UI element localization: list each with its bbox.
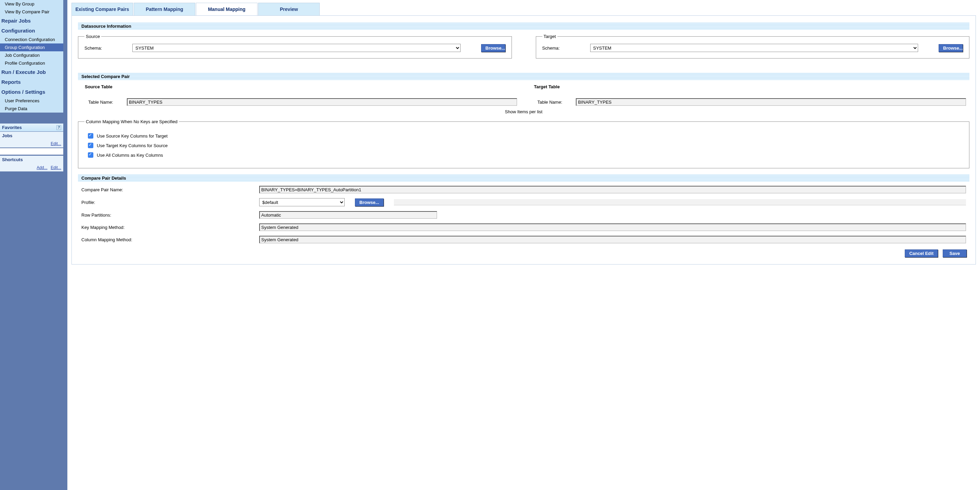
key-mapping-value: System Generated: [259, 223, 966, 231]
tab-preview[interactable]: Preview: [258, 3, 320, 15]
compare-pair-section-header: Selected Compare Pair: [78, 73, 969, 80]
target-table-heading: Target Table: [531, 84, 966, 89]
source-legend: Source: [84, 34, 101, 39]
show-items-per-list[interactable]: Show Items per list: [78, 109, 969, 114]
shortcuts-edit-link[interactable]: Edit...: [51, 165, 61, 170]
sidebar-item-user-preferences[interactable]: User Preferences: [0, 97, 63, 105]
favorites-heading-label: Favorites: [2, 125, 22, 130]
column-mapping-fieldset: Column Mapping When No Keys are Specifie…: [78, 119, 969, 168]
key-mapping-label: Key Mapping Method:: [81, 225, 259, 230]
save-button[interactable]: Save: [943, 249, 967, 257]
sidebar-heading-reports[interactable]: Reports: [0, 77, 63, 87]
target-fieldset: Target Schema: SYSTEM Browse...: [536, 34, 970, 59]
sidebar-item-job-configuration[interactable]: Job Configuration: [0, 51, 63, 59]
source-table-name-label: Table Name:: [88, 100, 113, 105]
sidebar-item-view-by-group[interactable]: View By Group: [0, 0, 63, 8]
divider: [63, 0, 67, 490]
tab-existing-compare-pairs[interactable]: Existing Compare Pairs: [72, 3, 133, 15]
source-schema-label: Schema:: [84, 46, 112, 51]
tab-bar: Existing Compare Pairs Pattern Mapping M…: [72, 3, 976, 16]
favorites-header: Favorites ?: [0, 123, 63, 131]
target-table-name-value: BINARY_TYPES: [576, 98, 966, 106]
column-mapping-value: System Generated: [259, 236, 966, 243]
tab-manual-mapping[interactable]: Manual Mapping: [196, 3, 258, 15]
sidebar-heading-repair-jobs[interactable]: Repair Jobs: [0, 16, 63, 26]
checkbox-use-all-cols[interactable]: [88, 152, 93, 158]
column-mapping-legend: Column Mapping When No Keys are Specifie…: [84, 119, 179, 124]
source-table-name-value: BINARY_TYPES: [127, 98, 517, 106]
row-partitions-value: Automatic: [259, 211, 437, 219]
sidebar-item-profile-configuration[interactable]: Profile Configuration: [0, 59, 63, 67]
sidebar-item-connection-configuration[interactable]: Connection Configuration: [0, 35, 63, 43]
shortcuts-heading: Shortcuts: [0, 155, 63, 164]
main-content: Existing Compare Pairs Pattern Mapping M…: [67, 0, 980, 490]
target-legend: Target: [542, 34, 557, 39]
target-table-name-label: Table Name:: [538, 100, 563, 105]
profile-browse-button[interactable]: Browse...: [355, 198, 383, 206]
checkbox-label-source-key: Use Source Key Columns for Target: [97, 134, 167, 139]
profile-label: Profile:: [81, 200, 259, 205]
checkbox-use-target-key-cols[interactable]: [88, 143, 93, 148]
sidebar-heading-configuration[interactable]: Configuration: [0, 26, 63, 35]
sidebar: View By Group View By Compare Pair Repai…: [0, 0, 63, 490]
jobs-edit-link[interactable]: Edit...: [51, 141, 61, 146]
sidebar-item-purge-data[interactable]: Purge Data: [0, 105, 63, 113]
sidebar-heading-options[interactable]: Options / Settings: [0, 87, 63, 97]
cancel-edit-button[interactable]: Cancel Edit: [905, 249, 938, 257]
sidebar-heading-run-execute[interactable]: Run / Execute Job: [0, 67, 63, 77]
column-mapping-label: Column Mapping Method:: [81, 237, 259, 242]
target-browse-button[interactable]: Browse...: [939, 44, 963, 52]
source-schema-select[interactable]: SYSTEM: [132, 44, 461, 52]
jobs-heading: Jobs: [0, 132, 63, 140]
details-section-header: Compare Pair Details: [78, 174, 969, 182]
compare-pair-name-label: Compare Pair Name:: [81, 187, 259, 192]
target-schema-select[interactable]: SYSTEM: [590, 44, 918, 52]
checkbox-label-target-key: Use Target Key Columns for Source: [97, 143, 167, 148]
sidebar-item-view-by-compare-pair[interactable]: View By Compare Pair: [0, 8, 63, 16]
source-browse-button[interactable]: Browse...: [481, 44, 505, 52]
row-partitions-label: Row Partitions:: [81, 212, 259, 218]
source-table-heading: Source Table: [81, 84, 517, 89]
datasource-section-header: Datasource Information: [78, 22, 969, 30]
tab-pattern-mapping[interactable]: Pattern Mapping: [134, 3, 195, 15]
checkbox-use-source-key-cols[interactable]: [88, 133, 93, 139]
profile-select[interactable]: $default: [259, 198, 345, 206]
shortcuts-add-link[interactable]: Add...: [37, 165, 47, 170]
checkbox-label-all-cols: Use All Columns as Key Columns: [97, 153, 163, 158]
target-schema-label: Schema:: [542, 46, 570, 51]
source-fieldset: Source Schema: SYSTEM Browse...: [78, 34, 512, 59]
sidebar-item-group-configuration[interactable]: Group Configuration: [0, 43, 63, 51]
compare-pair-name-value: BINARY_TYPES=BINARY_TYPES_AutoPartition1: [259, 186, 966, 193]
help-icon[interactable]: ?: [56, 125, 61, 130]
